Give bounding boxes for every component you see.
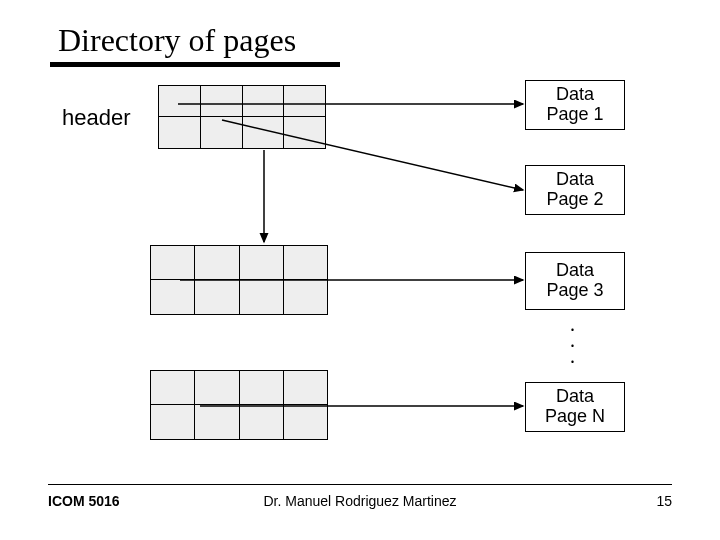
ellipsis-dots: ... [570, 316, 575, 364]
directory-block-3 [150, 370, 328, 440]
footer-divider [48, 484, 672, 485]
data-page-3: Data Page 3 [525, 252, 625, 310]
data-page-n: Data Page N [525, 382, 625, 432]
footer-author: Dr. Manuel Rodriguez Martinez [0, 493, 720, 509]
slide-title: Directory of pages [58, 22, 296, 59]
footer-page-number: 15 [656, 493, 672, 509]
title-underline [50, 62, 340, 67]
directory-header-block [158, 85, 326, 149]
directory-block-2 [150, 245, 328, 315]
header-label: header [62, 105, 131, 131]
data-page-2: Data Page 2 [525, 165, 625, 215]
data-page-1: Data Page 1 [525, 80, 625, 130]
